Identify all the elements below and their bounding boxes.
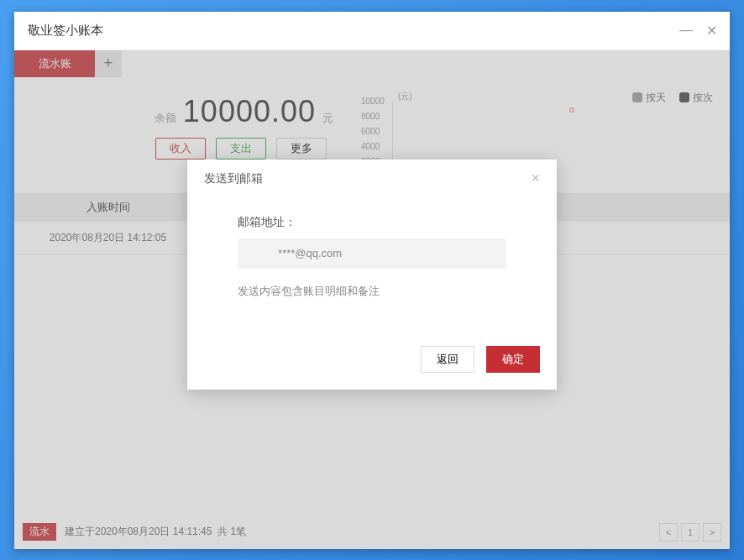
window-title: 敬业签小账本 [28, 23, 103, 39]
send-email-modal: 发送到邮箱 × 邮箱地址： 发送内容包含账目明细和备注 返回 确定 [187, 160, 557, 390]
modal-header: 发送到邮箱 × [187, 160, 557, 198]
email-label: 邮箱地址： [238, 215, 506, 230]
titlebar-controls: — ✕ [681, 25, 716, 35]
modal-overlay: 发送到邮箱 × 邮箱地址： 发送内容包含账目明细和备注 返回 确定 [14, 50, 730, 549]
titlebar: 敬业签小账本 — ✕ [14, 12, 730, 50]
modal-close-button[interactable]: × [531, 170, 540, 187]
modal-hint: 发送内容包含账目明细和备注 [238, 284, 506, 299]
modal-footer: 返回 确定 [187, 332, 557, 390]
confirm-button[interactable]: 确定 [486, 346, 540, 373]
back-button[interactable]: 返回 [421, 346, 474, 373]
modal-body: 邮箱地址： 发送内容包含账目明细和备注 [187, 198, 557, 332]
email-input[interactable] [238, 238, 506, 269]
close-button[interactable]: ✕ [706, 25, 716, 35]
app-window: 敬业签小账本 — ✕ 流水账 + 余额 10000.00 元 收入 支出 更多 [14, 12, 730, 549]
close-icon: × [531, 170, 540, 186]
minimize-button[interactable]: — [681, 25, 691, 35]
modal-title: 发送到邮箱 [204, 171, 263, 186]
